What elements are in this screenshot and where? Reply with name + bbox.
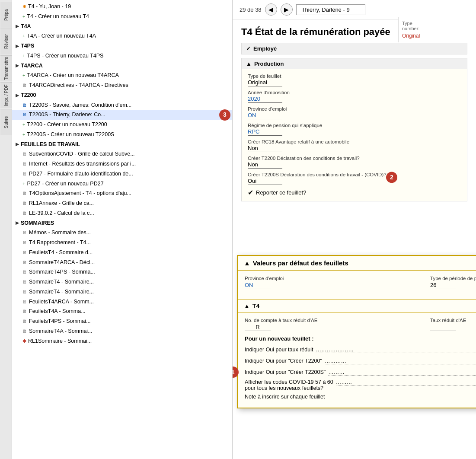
tree-item-pd27-new[interactable]: + PD27 - Créer un nouveau PD27	[12, 179, 232, 189]
field-regime-value[interactable]: RPC	[248, 128, 282, 136]
doc-icon: 🗎	[22, 190, 27, 197]
field-annee-value[interactable]: 2020	[248, 96, 282, 103]
popup-defaults: ▲ Valeurs par défaut des feuillets Provi…	[237, 255, 476, 408]
tree-item-t4a-new[interactable]: + T4A - Créer un nouveau T4A	[12, 31, 232, 41]
field-t2200s-value[interactable]: Oui	[248, 178, 282, 185]
popup-type-periode-field: Type de période de paie par défaut 26	[430, 276, 476, 289]
tree-item-rl1annexe[interactable]: 🗎 RL1Annexe - Grille de ca...	[12, 198, 232, 208]
tree-item-t4arca-directives[interactable]: 🗎 T4ARCADirectives - T4ARCA - Directives	[12, 80, 232, 90]
chevron-up-icon: ▲	[244, 303, 250, 309]
doc-icon: 🗎	[22, 160, 27, 168]
tree-section-t4arca[interactable]: ▶ T4ARCA	[12, 61, 232, 71]
tree-section-sommaires[interactable]: ▶ SOMMAIRES	[12, 218, 232, 228]
section-production-header[interactable]: ▲ Production	[242, 58, 467, 69]
tree-section-t2200[interactable]: ▶ T2200	[12, 90, 232, 100]
popup-no-compte-value[interactable]: R	[245, 324, 271, 331]
tree-item-label: T4 - Yu, Joan - 19	[28, 3, 71, 11]
tree-item-sommaire-t4-1[interactable]: 🗎 SommaireT4 - Sommaire...	[12, 277, 232, 287]
popup-taux-reduit-field: Taux réduit d'AE	[430, 318, 476, 331]
popup-t4-body: No. de compte à taux réduit d'AE R Taux …	[238, 312, 476, 408]
sidebar-icons: Prépa Réviser Transmettre Impr. / PDF Su…	[0, 0, 12, 459]
nav-prev-button[interactable]: ◀	[265, 3, 277, 16]
popup-taux-reduit-value[interactable]	[430, 324, 456, 331]
tree-item-sommaire-t4-2[interactable]: 🗎 SommaireT4 - Sommaire...	[12, 287, 232, 297]
tree-item-t4-new[interactable]: + T4 - Créer un nouveau T4	[12, 12, 232, 22]
tree-item-pd27[interactable]: 🗎 PD27 - Formulaire d'auto-identificatio…	[12, 169, 232, 179]
popup-province-field: Province d'emploi ON	[245, 276, 420, 289]
tree-item-feuillets-t4[interactable]: 🗎 FeuiletsT4 - Sommaire d...	[12, 248, 232, 258]
tree-item-label: T2200	[21, 91, 36, 99]
triangle-icon: ▶	[16, 220, 19, 226]
tree-item-sommaire-t4ps[interactable]: 🗎 SommaireT4PS - Somma...	[12, 267, 232, 277]
popup-t4-label: T4	[252, 303, 259, 309]
field-creer-t2200: Créer T2200 Déclaration des conditions d…	[248, 156, 461, 169]
tree-item-t4-rapprochement[interactable]: 🗎 T4 Rapprochement - T4...	[12, 238, 232, 248]
sidebar-item-suivre[interactable]: Suivre	[0, 109, 12, 135]
field-creer-rc18: Créer RC18 Avantage relatif à une automo…	[248, 139, 461, 152]
tree-item-subvention[interactable]: 🗎 SubventionCOVID - Grille de calcul Sub…	[12, 149, 232, 159]
popup-type-periode-value[interactable]: 26	[430, 282, 456, 289]
right-column: Typenumber: Original	[398, 17, 476, 42]
badge-3: 3	[219, 109, 230, 121]
tree-item-rl1sommaire[interactable]: ✱ RL1Sommaire - Sommai...	[12, 336, 232, 346]
sidebar-item-reviser[interactable]: Réviser	[0, 29, 12, 54]
tree-item-sommaire-t4arca[interactable]: 🗎 SommaireT4ARCA - Décl...	[12, 258, 232, 268]
tree-item-memos[interactable]: 🗎 Mémos - Sommaire des...	[12, 228, 232, 238]
tree-item-t2200-new[interactable]: + T2200 - Créer un nouveau T2200	[12, 120, 232, 130]
field-creer-t2200s: Créer T2200S Déclaration des conditions …	[248, 172, 461, 185]
popup-body: Province d'emploi ON Type de période de …	[238, 271, 476, 300]
tree-item-t2200s-savoie[interactable]: 🗎 T2200S - Savoie, James: Condition d'em…	[12, 100, 232, 110]
popup-province-value[interactable]: ON	[245, 282, 271, 289]
sidebar-item-transmettre[interactable]: Transmettre	[0, 55, 12, 81]
popup-taux-reduit-label: Taux réduit d'AE	[430, 318, 476, 323]
tree-section-t4ps[interactable]: ▶ T4PS	[12, 41, 232, 51]
field-annee-imposition: Année d'imposition 2020	[248, 90, 461, 103]
popup-no-compte-field: No. de compte à taux réduit d'AE R	[245, 318, 420, 331]
tree-item-label: PD27 - Formulaire d'auto-identification …	[29, 170, 133, 178]
tree-item-feuillets-t4a[interactable]: 🗎 FeuiletsT4A - Somma...	[12, 306, 232, 316]
tree-item-le39[interactable]: 🗎 LE-39.0.2 - Calcul de la c...	[12, 208, 232, 218]
tree-item-t4ps-new[interactable]: + T4PS - Créer un nouveau T4PS	[12, 51, 232, 61]
tree-item-label: Internet - Résultats des transmissions p…	[29, 160, 136, 168]
tree-item-t4options[interactable]: 🗎 T4OptionsAjustement - T4 - options d'a…	[12, 188, 232, 198]
tree-item-label: SommaireT4 - Sommaire...	[29, 288, 94, 296]
popup-t4-header: ▲ T4	[238, 300, 476, 312]
field-reporter-feuillet: ✔ Reporter ce feuillet?	[248, 188, 461, 197]
tree-item-sommaire-t4a[interactable]: 🗎 SommaireT4A - Sommai...	[12, 326, 232, 336]
popup-row-label-4: Note à inscrire sur chaque feuillet	[245, 394, 325, 400]
field-rc18-value[interactable]: Non	[248, 145, 282, 152]
dots-0: …………………	[316, 347, 476, 353]
tree-item-feuillets-t4arca[interactable]: 🗎 FeuiletsT4ARCA - Somm...	[12, 297, 232, 307]
field-t2200-value[interactable]: Non	[248, 161, 282, 169]
tree-section-feuilles[interactable]: ▶ FEUILLES DE TRAVAIL	[12, 140, 232, 150]
triangle-icon: ▶	[16, 141, 19, 147]
dots-2: ………	[328, 369, 476, 376]
tree-item-label: FEUILLES DE TRAVAIL	[21, 140, 80, 149]
tree-item-t4arca-new[interactable]: + T4ARCA - Créer un nouveau T4ARCA	[12, 70, 232, 80]
tree-item-label: SommaireT4PS - Somma...	[29, 268, 95, 276]
tree-item-label: FeuiletsT4 - Sommaire d...	[29, 249, 93, 257]
tree-item-label: T4A	[21, 22, 31, 31]
popup-no-compte-label: No. de compte à taux réduit d'AE	[245, 318, 420, 323]
tree-item-feuillets-t4ps[interactable]: 🗎 FeuiletsT4PS - Sommai...	[12, 316, 232, 326]
tree-section-t4a[interactable]: ▶ T4A	[12, 22, 232, 32]
tree-item-t4-yu[interactable]: ✱ T4 - Yu, Joan - 19	[12, 2, 232, 12]
sidebar-item-prepa[interactable]: Prépa	[0, 2, 12, 28]
tree-item-t2200s-new[interactable]: + T2200S - Créer un nouveau T2200S	[12, 130, 232, 140]
section-employe-header[interactable]: ✓ Employé	[242, 43, 467, 54]
sidebar-item-impr-pdf[interactable]: Impr. / PDF	[0, 82, 12, 108]
tree-item-internet[interactable]: 🗎 Internet - Résultats des transmissions…	[12, 159, 232, 169]
plus-icon: +	[22, 72, 25, 79]
tree-item-t2200s-thierry[interactable]: 🗎 T2200S - Thierry, Darlene: Co... 3	[12, 110, 232, 120]
nav-next-button[interactable]: ▶	[281, 3, 293, 16]
field-province-value[interactable]: ON	[248, 112, 282, 119]
field-type-feuillet-value[interactable]: Original	[248, 79, 282, 86]
tree-item-label: T4A - Créer un nouveau T4A	[27, 32, 96, 40]
tree-item-label: T4 Rapprochement - T4...	[29, 239, 91, 247]
popup-row-label-2: Indiquer Oui pour "Créer T2200S"	[245, 369, 326, 375]
form-area: T4 État de la rémunération payée ✓ Emplo…	[233, 19, 476, 212]
tree-item-label: T4PS	[21, 42, 34, 50]
field-province-emploi: Province d'emploi ON	[248, 106, 461, 119]
field-t2200s-label: Créer T2200S Déclaration des conditions …	[248, 172, 461, 177]
doc-icon: 🗎	[22, 249, 27, 256]
